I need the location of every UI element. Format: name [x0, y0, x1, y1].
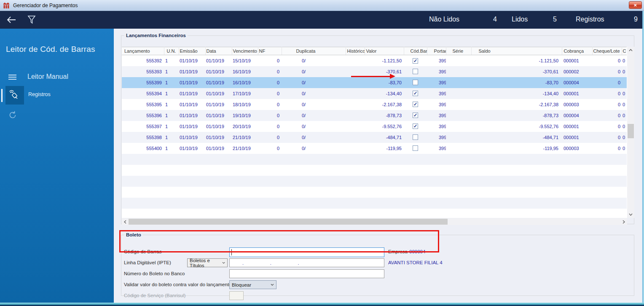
cell-duplicata[interactable]: 0/ [282, 99, 346, 110]
column-header-serie[interactable]: Série [446, 47, 471, 55]
cell-serie[interactable] [446, 66, 471, 77]
column-header-lancamento[interactable]: Lançamento [122, 47, 164, 55]
linha-digitavel-input[interactable]: . . . [229, 258, 384, 267]
cell-un[interactable]: 1 [164, 55, 179, 66]
cell-vencimento[interactable]: 16/10/19 [232, 66, 258, 77]
cell-vencimento[interactable]: 21/10/19 [232, 132, 258, 143]
column-header-duplicata[interactable]: Duplicata [282, 47, 346, 55]
table-row[interactable]: 555400101/10/1901/10/1921/10/1900/-119,9… [122, 143, 627, 154]
cell-un[interactable]: 1 [164, 66, 179, 77]
cell-c[interactable]: 0 [622, 99, 627, 110]
cell-data[interactable]: 01/10/19 [205, 132, 232, 143]
column-header-cobranca[interactable]: Cobrança [562, 47, 592, 55]
cell-emissao[interactable]: 01/10/19 [179, 99, 205, 110]
cell-valor[interactable]: -1.121,50 [365, 55, 404, 66]
cell-emissao[interactable]: 01/10/19 [179, 55, 205, 66]
cell-nf[interactable]: 0 [258, 66, 282, 77]
cell-saldo[interactable]: -2.167,38 [471, 99, 562, 110]
cell-cheque_lote[interactable]: 0 [592, 99, 622, 110]
cell-vencimento[interactable]: 16/10/19 [232, 77, 258, 88]
hamburger-icon[interactable] [8, 75, 16, 80]
cell-nf[interactable]: 0 [258, 110, 282, 121]
cell-cheque_lote[interactable]: 0 [592, 143, 622, 154]
cell-lancamento[interactable]: 555392 [122, 55, 164, 66]
cell-vencimento[interactable]: 17/10/19 [232, 88, 258, 99]
cell-data[interactable]: 01/10/19 [205, 99, 232, 110]
cell-vencimento[interactable]: 18/10/19 [232, 99, 258, 110]
column-header-nf[interactable]: NF [258, 47, 282, 55]
cell-cod_barras[interactable] [404, 66, 427, 77]
scroll-up-button[interactable] [627, 47, 634, 54]
table-row[interactable]: 555398101/10/1901/10/1921/10/1900/-484,7… [122, 132, 627, 143]
cell-valor[interactable]: -2.167,38 [365, 99, 404, 110]
cell-lancamento[interactable]: 555400 [122, 143, 164, 154]
cell-cobranca[interactable]: 000001 [562, 132, 592, 143]
cell-serie[interactable] [446, 99, 471, 110]
cell-portador[interactable]: 399 [427, 110, 446, 121]
numero-boleto-input[interactable] [229, 269, 384, 278]
cell-serie[interactable] [446, 132, 471, 143]
cell-cheque_lote[interactable]: 0 [592, 132, 622, 143]
cell-c[interactable]: 0 [622, 121, 627, 132]
cell-cheque_lote[interactable]: 0 [592, 110, 622, 121]
cell-data[interactable]: 01/10/19 [205, 121, 232, 132]
cell-valor[interactable]: -878,73 [365, 110, 404, 121]
cell-lancamento[interactable]: 555397 [122, 121, 164, 132]
cell-cobranca[interactable]: 000004 [562, 110, 592, 121]
cell-lancamento[interactable]: 555396 [122, 110, 164, 121]
scroll-right-button[interactable] [620, 218, 627, 225]
cell-cobranca[interactable]: 000001 [562, 121, 592, 132]
cell-saldo[interactable]: -83,70 [471, 77, 562, 88]
column-header-emissao[interactable]: Emissão [179, 47, 205, 55]
cell-cobranca[interactable]: 000002 [562, 66, 592, 77]
linha-digitavel-combo[interactable]: Boletos e Títulos [187, 258, 228, 267]
cell-lancamento[interactable]: 555394 [122, 88, 164, 99]
cell-duplicata[interactable]: 0/ [282, 66, 346, 77]
cell-duplicata[interactable]: 0/ [282, 110, 346, 121]
sidebar-item-leitor-manual[interactable]: Leitor Manual [27, 73, 68, 81]
cell-cod_barras[interactable] [404, 132, 427, 143]
cell-serie[interactable] [446, 77, 471, 88]
cod-barras-checkbox[interactable] [413, 91, 418, 96]
validar-valor-combo[interactable]: Bloquear [229, 280, 276, 289]
cell-cheque_lote[interactable]: 0 [592, 77, 622, 88]
cell-nf[interactable]: 0 [258, 77, 282, 88]
column-header-c[interactable]: C [622, 47, 627, 55]
cell-valor[interactable]: -9.552,76 [365, 121, 404, 132]
cell-saldo[interactable]: -134,40 [471, 88, 562, 99]
cell-un[interactable]: 1 [164, 110, 179, 121]
cell-serie[interactable] [446, 88, 471, 99]
cell-lancamento[interactable]: 555399 [122, 77, 164, 88]
cell-emissao[interactable]: 01/10/19 [179, 88, 205, 99]
cell-cod_barras[interactable] [404, 99, 427, 110]
filter-button[interactable] [26, 14, 37, 25]
cell-cod_barras[interactable] [404, 121, 427, 132]
column-header-cod_barras[interactable]: Cód.Barras [404, 47, 427, 55]
cod-barras-checkbox[interactable] [413, 80, 418, 85]
cell-cod_barras[interactable] [404, 55, 427, 66]
scroll-left-button[interactable] [122, 218, 129, 225]
cell-cheque_lote[interactable]: 0 [592, 121, 622, 132]
cell-historico[interactable] [346, 99, 365, 110]
cell-vencimento[interactable]: 21/10/19 [232, 143, 258, 154]
cell-serie[interactable] [446, 110, 471, 121]
cell-emissao[interactable]: 01/10/19 [179, 110, 205, 121]
cell-valor[interactable]: -484,71 [365, 132, 404, 143]
cell-portador[interactable]: 399 [427, 77, 446, 88]
cell-duplicata[interactable]: 0/ [282, 77, 346, 88]
column-header-vencimento[interactable]: Vencimento [232, 47, 258, 55]
cell-duplicata[interactable]: 0/ [282, 132, 346, 143]
cell-portador[interactable]: 399 [427, 132, 446, 143]
refresh-button[interactable] [8, 110, 17, 120]
cell-emissao[interactable]: 01/10/19 [179, 66, 205, 77]
cell-duplicata[interactable]: 0/ [282, 143, 346, 154]
cell-nf[interactable]: 0 [258, 55, 282, 66]
cell-c[interactable]: 0 [622, 66, 627, 77]
cell-vencimento[interactable]: 15/10/19 [232, 55, 258, 66]
cell-cobranca[interactable]: 000004 [562, 77, 592, 88]
cell-un[interactable]: 1 [164, 77, 179, 88]
cell-duplicata[interactable]: 0/ [282, 55, 346, 66]
cell-nf[interactable]: 0 [258, 88, 282, 99]
cell-data[interactable]: 01/10/19 [205, 66, 232, 77]
cell-historico[interactable] [346, 121, 365, 132]
